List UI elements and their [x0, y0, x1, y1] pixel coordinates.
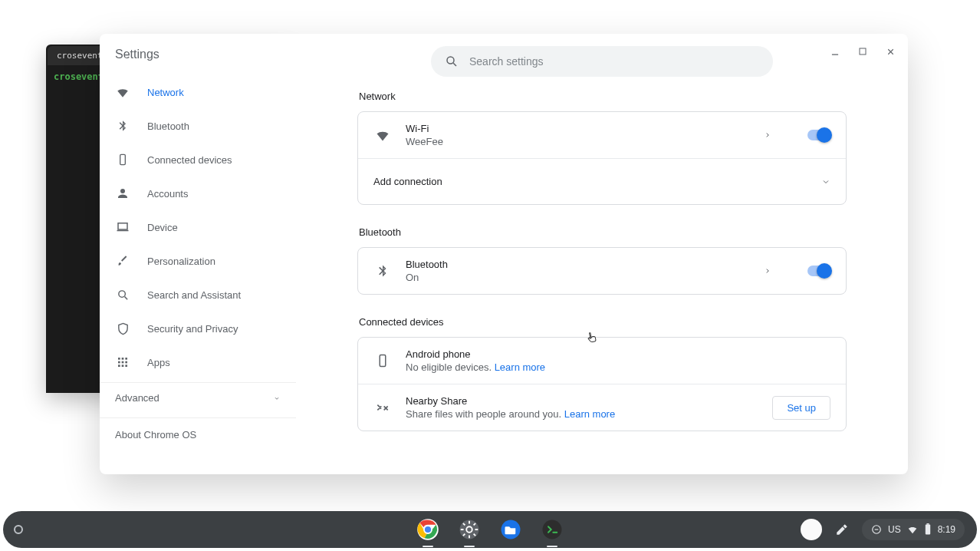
wifi-subtitle: WeeFee	[406, 136, 751, 147]
brush-icon	[115, 253, 130, 269]
nearby-setup-button[interactable]: Set up	[772, 396, 830, 420]
sidebar-item-search-assistant[interactable]: Search and Assistant	[100, 278, 296, 312]
sidebar-item-connected-devices[interactable]: Connected devices	[100, 143, 296, 177]
chrome-app-icon[interactable]	[413, 514, 443, 545]
window-controls	[825, 41, 900, 61]
search-input[interactable]	[469, 55, 759, 68]
svg-rect-14	[380, 355, 386, 367]
sidebar-item-personalization[interactable]: Personalization	[100, 244, 296, 278]
wifi-row[interactable]: Wi-Fi WeeFee	[358, 112, 846, 158]
sidebar-item-security-privacy[interactable]: Security and Privacy	[100, 312, 296, 345]
android-subtitle: No eligible devices.	[406, 361, 495, 373]
nearby-subtitle: Share files with people around you.	[406, 408, 564, 420]
sidebar-about[interactable]: About Chrome OS	[100, 417, 296, 440]
bluetooth-card: Bluetooth On	[357, 247, 847, 295]
sidebar-item-label: Device	[147, 222, 178, 233]
settings-app-icon[interactable]	[454, 514, 485, 545]
sidebar-item-device[interactable]: Device	[100, 210, 296, 244]
svg-rect-6	[125, 358, 127, 360]
maximize-button[interactable]	[853, 41, 873, 61]
add-connection-row[interactable]: Add connection	[358, 158, 846, 204]
sidebar-item-network[interactable]: Network	[100, 75, 296, 109]
svg-rect-11	[122, 365, 124, 367]
stylus-tools-icon[interactable]	[830, 517, 854, 542]
svg-point-3	[118, 290, 125, 297]
bluetooth-icon	[373, 262, 392, 280]
about-label: About Chrome OS	[115, 429, 196, 440]
nearby-share-row: Nearby Share Share files with people aro…	[358, 384, 846, 431]
section-title-network: Network	[359, 91, 847, 102]
battery-status-icon	[924, 523, 932, 536]
nearby-share-icon	[373, 398, 392, 417]
notifications-icon	[871, 524, 882, 535]
terminal-prompt: crosevent	[54, 71, 104, 82]
svg-rect-8	[122, 361, 124, 364]
laptop-icon	[115, 219, 130, 235]
search-icon	[115, 287, 130, 302]
network-card: Wi-Fi WeeFee Add connection	[357, 111, 847, 205]
shield-icon	[115, 321, 130, 336]
main-content: Network Wi-Fi WeeFee	[296, 34, 908, 474]
bluetooth-title: Bluetooth	[406, 259, 751, 270]
page-title: Settings	[100, 48, 296, 75]
status-tray[interactable]: US 8:19	[862, 519, 965, 540]
svg-rect-12	[125, 365, 127, 367]
sidebar-item-label: Network	[147, 87, 184, 98]
terminal-app-icon[interactable]	[537, 514, 567, 545]
bluetooth-subtitle: On	[406, 272, 751, 283]
svg-rect-10	[118, 365, 120, 367]
files-app-icon[interactable]	[495, 514, 526, 545]
svg-rect-4	[118, 358, 120, 360]
advanced-label: Advanced	[115, 392, 159, 404]
ime-indicator: US	[888, 524, 901, 535]
clock: 8:19	[938, 524, 955, 535]
sidebar-item-label: Accounts	[147, 188, 188, 200]
bluetooth-toggle[interactable]	[807, 266, 830, 276]
sidebar-item-label: Connected devices	[147, 154, 232, 166]
search-bar[interactable]	[431, 46, 773, 77]
chevron-right-icon	[765, 132, 771, 138]
android-learn-more-link[interactable]: Learn more	[495, 361, 545, 373]
nearby-learn-more-link[interactable]: Learn more	[564, 408, 615, 420]
wifi-icon	[115, 84, 130, 100]
settings-window: Settings Network Bluetooth Connected dev…	[100, 34, 908, 474]
sidebar-item-label: Personalization	[147, 256, 215, 267]
android-title: Android phone	[406, 348, 830, 360]
sidebar-item-bluetooth[interactable]: Bluetooth	[100, 109, 296, 143]
svg-rect-0	[860, 48, 866, 54]
section-title-connected: Connected devices	[359, 316, 847, 328]
bluetooth-row[interactable]: Bluetooth On	[358, 248, 846, 294]
sidebar-item-label: Security and Privacy	[147, 323, 238, 335]
sidebar: Settings Network Bluetooth Connected dev…	[100, 34, 296, 474]
nearby-title: Nearby Share	[406, 395, 758, 407]
sidebar-item-label: Bluetooth	[147, 120, 189, 132]
wifi-toggle[interactable]	[807, 130, 830, 140]
phone-icon	[373, 351, 392, 370]
avatar[interactable]	[801, 519, 822, 540]
svg-point-17	[424, 526, 432, 533]
svg-point-13	[447, 57, 454, 64]
section-title-bluetooth: Bluetooth	[359, 226, 847, 238]
close-button[interactable]	[880, 41, 900, 61]
svg-rect-1	[120, 154, 126, 164]
sidebar-item-accounts[interactable]: Accounts	[100, 177, 296, 210]
sidebar-item-label: Search and Assistant	[147, 289, 241, 301]
wifi-title: Wi-Fi	[406, 123, 751, 134]
svg-rect-2	[118, 223, 127, 229]
shelf: US 8:19	[3, 511, 977, 548]
minimize-button[interactable]	[825, 41, 845, 61]
sidebar-item-apps[interactable]: Apps	[100, 345, 296, 379]
search-icon	[445, 54, 459, 68]
svg-rect-24	[926, 523, 929, 525]
wifi-status-icon	[907, 524, 918, 535]
svg-rect-7	[118, 361, 120, 364]
chevron-down-icon	[821, 177, 830, 186]
chevron-right-icon	[765, 268, 771, 274]
chevron-down-icon	[273, 394, 281, 402]
wifi-icon	[373, 126, 392, 144]
sidebar-item-label: Apps	[147, 357, 170, 368]
sidebar-advanced-toggle[interactable]: Advanced	[100, 382, 296, 413]
launcher-button[interactable]	[14, 525, 23, 534]
android-phone-row: Android phone No eligible devices. Learn…	[358, 338, 846, 384]
apps-grid-icon	[115, 355, 130, 370]
